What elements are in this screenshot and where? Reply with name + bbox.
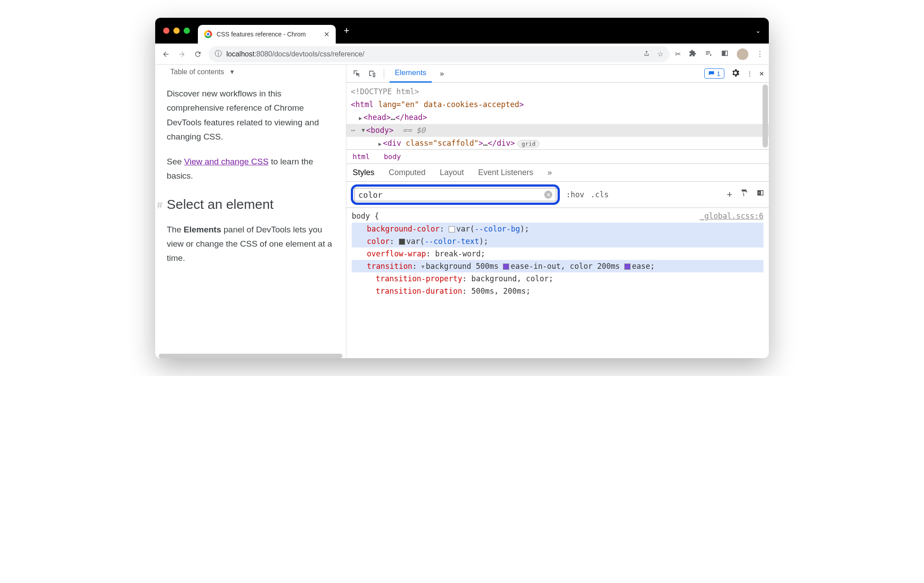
dom-tree[interactable]: <!DOCTYPE html> <html lang="en" data-coo… (346, 83, 769, 149)
issues-badge[interactable]: 1 (704, 68, 724, 79)
decl-overflow-wrap[interactable]: overflow-wrap: break-word; (352, 248, 763, 260)
rule-header[interactable]: body { _global.scss:6 (352, 210, 763, 222)
reload-button[interactable] (193, 49, 203, 60)
new-tab-button[interactable]: + (336, 25, 358, 36)
easing-swatch-icon[interactable] (503, 264, 509, 270)
maximize-window-button[interactable] (184, 28, 190, 34)
decl-transition[interactable]: transition: ▼background 500ms ease-in-ou… (352, 260, 763, 272)
body-node-selected[interactable]: ⋯ ▼<body> == $0 (346, 124, 769, 137)
color-swatch-icon[interactable] (399, 239, 405, 245)
kebab-menu-button[interactable]: ⋮ (747, 70, 753, 77)
back-button[interactable] (161, 49, 171, 60)
minimize-window-button[interactable] (173, 28, 180, 34)
crumb-body[interactable]: body (384, 152, 401, 161)
favicon-icon (204, 30, 212, 38)
viewport: Table of contents ▾ Discover new workflo… (155, 65, 769, 358)
settings-button[interactable] (731, 68, 740, 79)
hash-icon: # (157, 200, 162, 211)
decl-transition-duration[interactable]: transition-duration: 500ms, 200ms; (352, 285, 763, 297)
extensions-icon[interactable] (689, 49, 697, 59)
dom-breadcrumbs: html body (346, 149, 769, 164)
crumb-html[interactable]: html (353, 152, 370, 161)
playlist-icon[interactable] (705, 49, 713, 59)
scissors-icon[interactable]: ✂ (675, 50, 681, 58)
sidepanel-icon[interactable] (721, 49, 729, 59)
tab-overflow-button[interactable]: ⌄ (755, 27, 769, 35)
page-content: Table of contents ▾ Discover new workflo… (155, 65, 346, 358)
separator (384, 69, 384, 79)
clear-filter-button[interactable]: ✕ (544, 191, 552, 199)
issues-count: 1 (717, 70, 720, 77)
browser-window: CSS features reference - Chrom ✕ + ⌄ ⓘ l… (155, 18, 769, 358)
rule-selector: body { (352, 210, 379, 222)
html-node[interactable]: <html lang="en" data-cookies-accepted> (351, 98, 764, 111)
elements-paragraph: The Elements panel of DevTools lets you … (167, 223, 334, 266)
subtab-computed[interactable]: Computed (389, 168, 426, 177)
window-controls (155, 28, 198, 34)
decl-background-color[interactable]: background-color: var(--color-bg); (352, 223, 763, 235)
toc-toggle[interactable]: Table of contents ▾ (167, 65, 334, 76)
computed-sidebar-icon[interactable] (756, 189, 764, 200)
inspect-element-button[interactable] (351, 68, 363, 80)
devtools-panel: Elements » 1 ⋮ ✕ <!DOCTYPE html> <html l… (346, 65, 769, 358)
chevron-down-icon: ⌄ (755, 27, 761, 34)
filter-highlight: ✕ (351, 184, 560, 205)
titlebar: CSS features reference - Chrom ✕ + ⌄ (155, 18, 769, 44)
grid-badge[interactable]: grid (518, 140, 539, 148)
paint-icon[interactable] (740, 189, 748, 200)
rule-source-link[interactable]: _global.scss:6 (700, 210, 763, 222)
styles-filter-input[interactable] (358, 190, 544, 200)
intro-paragraph: Discover new workflows in this comprehen… (167, 87, 334, 144)
address-bar[interactable]: ⓘ localhost:8080/docs/devtools/css/refer… (209, 46, 670, 62)
menu-button[interactable]: ⋮ (756, 50, 763, 58)
close-window-button[interactable] (163, 28, 169, 34)
section-heading: # Select an element (167, 197, 334, 212)
forward-button[interactable] (177, 49, 187, 60)
subtab-more[interactable]: » (547, 168, 552, 177)
toc-label: Table of contents (170, 68, 224, 76)
filter-input-wrap: ✕ (354, 188, 556, 201)
url-text: localhost:8080/docs/devtools/css/referen… (226, 50, 364, 58)
decl-transition-property[interactable]: transition-property: background, color; (352, 272, 763, 285)
subtab-event-listeners[interactable]: Event Listeners (478, 168, 533, 177)
toolbar-actions: ✂ ⋮ (675, 48, 763, 60)
see-also-paragraph: See View and change CSS to learn the bas… (167, 155, 334, 184)
site-info-icon[interactable]: ⓘ (215, 49, 222, 59)
styles-pane[interactable]: body { _global.scss:6 background-color: … (346, 208, 769, 358)
hover-toggle[interactable]: :hov (566, 190, 584, 199)
scrollbar[interactable] (763, 84, 768, 148)
easing-swatch-icon[interactable] (624, 264, 631, 270)
div-node[interactable]: ▶<div class="scaffold">…</div>grid (351, 137, 764, 150)
chevron-down-icon: ▾ (230, 68, 234, 76)
decl-color[interactable]: color: var(--color-text); (352, 235, 763, 248)
doctype-node[interactable]: <!DOCTYPE html> (351, 85, 764, 98)
head-node[interactable]: ▶<head>…</head> (351, 111, 764, 124)
tab-elements[interactable]: Elements (390, 65, 432, 83)
color-swatch-icon[interactable] (449, 226, 455, 232)
devtools-tabbar: Elements » 1 ⋮ ✕ (346, 65, 769, 83)
styles-subtabs: Styles Computed Layout Event Listeners » (346, 164, 769, 182)
cls-toggle[interactable]: .cls (591, 190, 609, 199)
more-tabs-button[interactable]: » (434, 65, 449, 83)
subtab-styles[interactable]: Styles (353, 168, 374, 177)
profile-avatar[interactable] (737, 48, 748, 60)
view-change-css-link[interactable]: View and change CSS (184, 157, 269, 166)
device-toolbar-button[interactable] (366, 68, 378, 80)
share-icon[interactable] (643, 50, 650, 59)
new-style-rule-button[interactable]: + (727, 189, 732, 200)
close-tab-button[interactable]: ✕ (324, 30, 329, 39)
close-devtools-button[interactable]: ✕ (759, 70, 764, 77)
bookmark-icon[interactable]: ☆ (657, 50, 663, 59)
browser-tab[interactable]: CSS features reference - Chrom ✕ (198, 25, 336, 44)
browser-toolbar: ⓘ localhost:8080/docs/devtools/css/refer… (155, 44, 769, 65)
styles-filter-bar: ✕ :hov .cls + (346, 182, 769, 208)
subtab-layout[interactable]: Layout (440, 168, 464, 177)
tab-title: CSS features reference - Chrom (217, 31, 319, 38)
